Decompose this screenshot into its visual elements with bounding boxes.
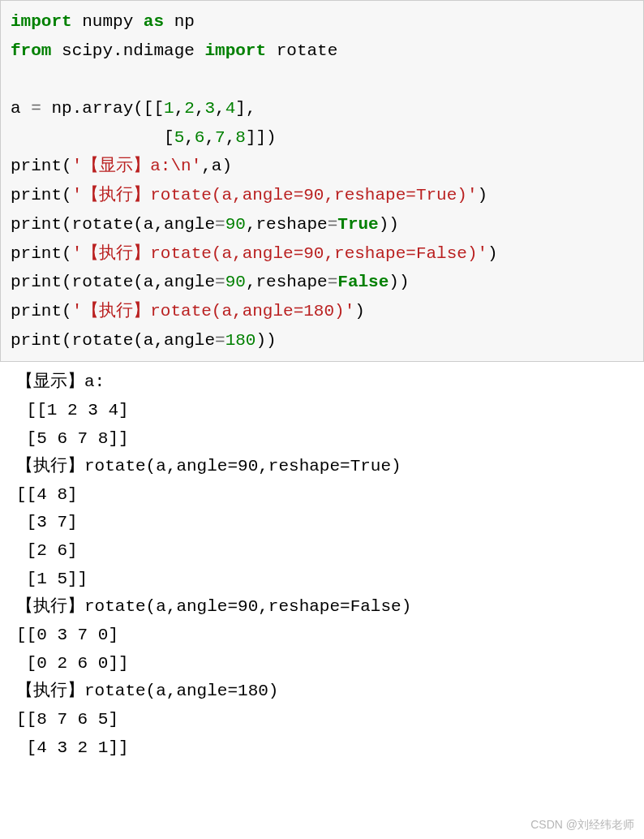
num: 4: [225, 99, 236, 118]
op-eq: =: [215, 331, 225, 350]
comma: ,: [184, 128, 195, 147]
string-literal: '【执行】rotate(a,angle=90,reshape=True)': [72, 186, 478, 204]
print-fn: print: [11, 215, 62, 234]
output-line: 【显示】a:: [16, 372, 105, 391]
lparen: (: [62, 244, 72, 263]
code-block: import numpy as np from scipy.ndimage im…: [0, 0, 644, 362]
rparen: )): [379, 215, 399, 234]
text: rotate: [266, 41, 337, 60]
output-line: [4 3 2 1]]: [16, 738, 129, 757]
num: 3: [205, 99, 216, 118]
var-a: a: [11, 99, 31, 118]
output-line: [[1 2 3 4]: [16, 401, 129, 420]
comma: ,: [215, 99, 225, 118]
num: 7: [215, 128, 225, 147]
bool-true: True: [337, 215, 378, 234]
print-fn: print: [11, 244, 62, 263]
keyword-import2: import: [204, 41, 266, 60]
output-block: 【显示】a: [[1 2 3 4] [5 6 7 8]] 【执行】rotate(…: [0, 362, 644, 778]
output-line: [[8 7 6 5]: [16, 710, 118, 729]
rparen: )): [255, 331, 276, 350]
lparen: (: [62, 302, 72, 321]
rparen: )): [389, 273, 409, 291]
text: np: [164, 12, 195, 31]
output-line: [0 2 6 0]]: [16, 654, 129, 673]
output-line: [3 7]: [16, 513, 78, 531]
num: 5: [174, 128, 185, 147]
num: 6: [195, 128, 205, 147]
rparen: ): [354, 302, 365, 321]
output-line: [2 6]: [16, 541, 78, 560]
bool-false: False: [337, 273, 389, 291]
num: 180: [225, 331, 256, 350]
output-line: 【执行】rotate(a,angle=90,reshape=False): [16, 597, 411, 616]
lparen: (: [62, 157, 72, 175]
op-eq: =: [215, 215, 225, 234]
comma: ,: [204, 128, 215, 147]
output-line: 【执行】rotate(a,angle=90,reshape=True): [16, 457, 401, 475]
keyword-import: import: [11, 12, 72, 31]
keyword-from: from: [11, 41, 51, 60]
num: 8: [235, 128, 246, 147]
op-eq: =: [31, 99, 41, 118]
op-eq: =: [328, 215, 338, 234]
string-literal: '【执行】rotate(a,angle=90,reshape=False)': [72, 244, 487, 263]
row-end: ],: [235, 99, 255, 118]
num: 90: [225, 215, 246, 234]
np-array-call: np.array([[: [41, 99, 164, 118]
args: ,a): [201, 157, 232, 175]
comma: ,: [195, 99, 205, 118]
reshape-part: ,reshape: [246, 215, 328, 234]
indent: [: [11, 128, 174, 147]
output-line: [[0 3 7 0]: [16, 626, 118, 644]
string-literal: '【执行】rotate(a,angle=180)': [72, 302, 355, 321]
print-fn: print: [11, 186, 62, 204]
arr-end: ]]): [246, 128, 277, 147]
rparen: ): [478, 186, 488, 204]
num: 1: [164, 99, 174, 118]
string-literal: '【显示】a:\n': [72, 157, 202, 175]
op-eq: =: [328, 273, 338, 291]
output-line: [[4 8]: [16, 485, 78, 504]
comma: ,: [225, 128, 236, 147]
output-line: 【执行】rotate(a,angle=180): [16, 682, 278, 700]
call: (rotate(a,angle: [62, 273, 215, 291]
num: 2: [184, 99, 195, 118]
text: numpy: [72, 12, 144, 31]
print-fn: print: [11, 331, 62, 350]
call: (rotate(a,angle: [62, 331, 215, 350]
output-line: [5 6 7 8]]: [16, 429, 129, 448]
call: (rotate(a,angle: [62, 215, 215, 234]
text: scipy.ndimage: [51, 41, 204, 60]
keyword-as: as: [144, 12, 164, 31]
lparen: (: [62, 186, 72, 204]
reshape-part: ,reshape: [246, 273, 328, 291]
op-eq: =: [215, 273, 225, 291]
num: 90: [225, 273, 246, 291]
rparen: ): [487, 244, 498, 263]
print-fn: print: [11, 273, 62, 291]
print-fn: print: [11, 302, 62, 321]
output-line: [1 5]]: [16, 570, 88, 588]
print-fn: print: [11, 157, 62, 175]
comma: ,: [174, 99, 185, 118]
